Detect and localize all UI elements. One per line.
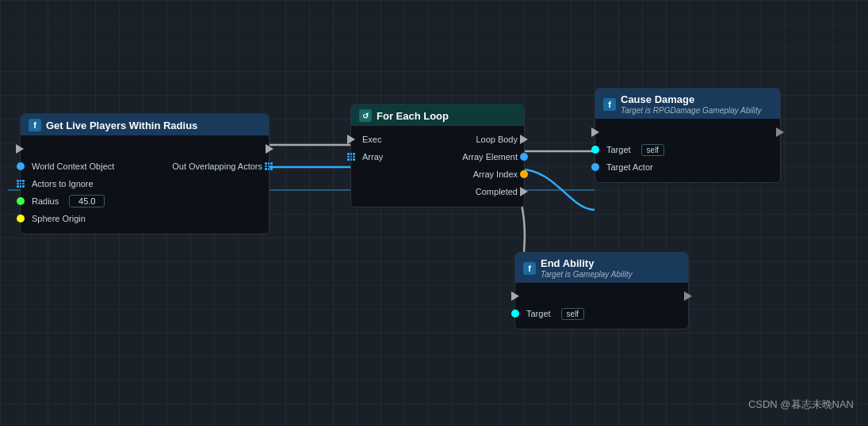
target-cause-pin [591,146,599,154]
node-body-end-ability: Target self [515,283,688,329]
sphere-origin-pin [17,215,25,223]
target-end-label: Target [515,309,557,318]
node-subtitle-end-ability: Target is Gameplay Ability [541,270,632,279]
world-context-pin [17,162,25,170]
node-title-cause-damage: Cause Damage [621,93,762,105]
completed-row: Completed [351,183,524,200]
out-overlapping-pin [265,162,273,170]
node-body-for-each: Exec Loop Body Array [351,126,524,207]
node-end-ability: f End Ability Target is Gameplay Ability [514,252,689,329]
target-row-end: Target self [515,305,688,322]
node-get-live-players: f Get Live Players Within Radius [20,113,270,234]
loop-icon: ↺ [359,109,372,122]
world-context-row: World Context Object Out Overlapping Act… [21,158,269,175]
node-header-cause-damage: f Cause Damage Target is RPGDamage Gamep… [595,89,780,119]
watermark: CSDN @暮志未晚NAN [748,397,854,412]
loop-body-label: Loop Body [469,135,524,144]
actors-ignore-pin [17,180,25,188]
node-body-cause-damage: Target self Target Actor [595,119,780,182]
node-header-get-live-players: f Get Live Players Within Radius [21,114,269,135]
actors-ignore-label: Actors to Ignore [21,179,100,188]
array-index-label: Array Index [467,169,524,179]
radius-row: Radius [21,192,269,210]
node-title-end-ability: End Ability [541,257,632,269]
exec-in-end-pin [511,291,519,301]
array-element-label: Array Element [456,152,524,162]
completed-label: Completed [469,187,524,196]
array-label: Array [351,152,389,162]
sphere-origin-label: Sphere Origin [21,214,92,223]
radius-input[interactable] [69,195,105,207]
exec-pin-left [16,144,24,154]
fn-icon: f [29,119,41,131]
target-row-cause: Target self [595,141,780,158]
exec-row-end [515,287,688,305]
actors-ignore-row: Actors to Ignore [21,175,269,192]
target-actor-row: Target Actor [595,158,780,176]
node-header-for-each: ↺ For Each Loop [351,105,524,126]
array-row: Array Array Element [351,148,524,165]
array-in-pin [347,153,355,161]
world-context-label: World Context Object [21,162,120,171]
target-end-pin [511,310,519,318]
array-index-pin [520,170,528,178]
node-subtitle-cause-damage: Target is RPGDamage Gameplay Ability [621,106,762,115]
exec-row [21,140,269,158]
completed-pin [520,187,528,196]
target-end-self: self [561,308,585,320]
node-title-for-each: For Each Loop [377,110,449,122]
exec-loopbody-row: Exec Loop Body [351,131,524,148]
array-index-row: Array Index [351,165,524,183]
radius-label: Radius [21,196,65,206]
exec-row-cause [595,124,780,141]
node-cause-damage: f Cause Damage Target is RPGDamage Gamep… [595,88,781,183]
array-element-pin [520,153,528,161]
out-overlapping-label: Out Overlapping Actors [166,162,269,171]
target-actor-pin [591,163,599,171]
exec-pin-right [266,144,273,154]
node-body-get-live-players: World Context Object Out Overlapping Act… [21,135,269,234]
target-actor-label: Target Actor [595,162,660,172]
target-cause-self: self [641,144,665,156]
node-header-end-ability: f End Ability Target is Gameplay Ability [515,253,688,283]
node-title-get-live-players: Get Live Players Within Radius [46,120,197,131]
radius-pin [17,197,25,205]
exec-out-cause-pin [776,127,784,137]
node-for-each-loop: ↺ For Each Loop Exec Loop Body [350,104,525,207]
loop-body-pin [520,135,528,144]
exec-out-end-pin [684,291,692,301]
exec-in-pin [347,135,355,144]
watermark-text: CSDN @暮志未晚NAN [748,398,854,410]
fn-icon-end-ability: f [523,262,536,275]
exec-label: Exec [351,135,388,144]
sphere-origin-row: Sphere Origin [21,210,269,227]
fn-icon-cause-damage: f [603,98,616,111]
exec-in-cause-pin [591,127,599,137]
target-cause-label: Target [595,145,637,154]
